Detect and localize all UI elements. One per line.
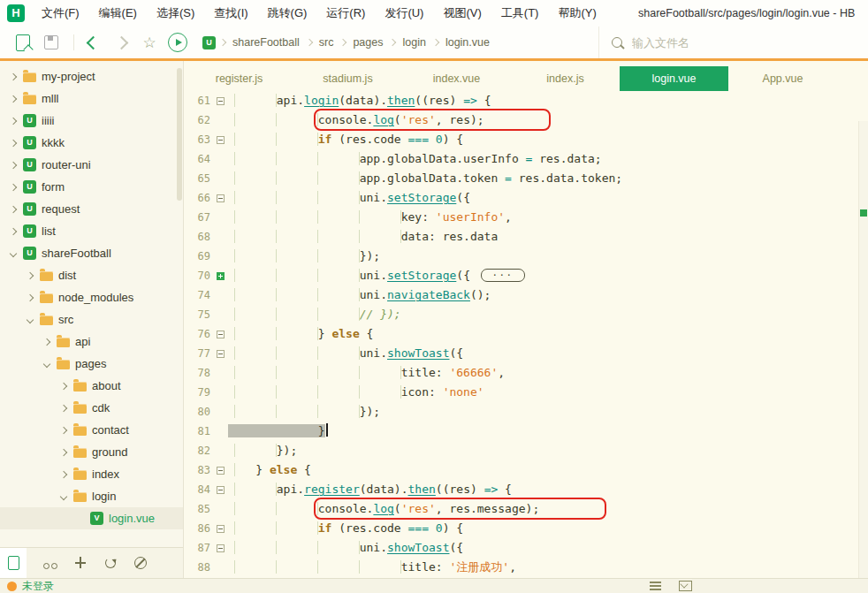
run-button[interactable]	[165, 30, 190, 55]
chevron-down-icon[interactable]	[60, 492, 67, 499]
fold-open-icon[interactable]	[217, 467, 225, 475]
code-text[interactable]: });	[228, 402, 380, 422]
code-text[interactable]: }	[228, 422, 328, 441]
code-text[interactable]: title: '66666',	[228, 363, 505, 383]
menu-item-0[interactable]: 文件(F)	[32, 0, 89, 27]
tree-item-login-vue[interactable]: Vlogin.vue	[0, 507, 183, 529]
code-text[interactable]: console.log('res', res);	[228, 110, 546, 130]
menu-item-5[interactable]: 运行(R)	[316, 0, 375, 27]
fold-open-icon[interactable]	[217, 544, 225, 552]
fold-closed-icon[interactable]	[217, 272, 225, 280]
code-text[interactable]: console.log('res', res.message);	[228, 499, 602, 519]
fold-open-icon[interactable]	[217, 525, 225, 533]
scale-icon[interactable]	[73, 556, 88, 570]
tree-item-about[interactable]: about	[0, 375, 183, 397]
tree-item-router-uni[interactable]: Urouter-uni	[0, 154, 183, 176]
chevron-right-icon[interactable]	[10, 72, 17, 80]
code-text[interactable]: } else {	[228, 460, 311, 480]
mail-icon[interactable]	[679, 581, 692, 591]
code-text[interactable]: // });	[228, 305, 401, 324]
tree-item-iiiii[interactable]: Uiiiii	[0, 110, 183, 132]
code-text[interactable]: });	[228, 247, 380, 266]
code-text[interactable]: uni.setStorage({ ···	[228, 266, 525, 285]
chevron-right-icon[interactable]	[43, 338, 50, 345]
fold-open-icon[interactable]	[217, 350, 225, 358]
navigate-back-button[interactable]	[80, 30, 105, 55]
code-text[interactable]: uni.showToast({	[228, 538, 463, 558]
fold-open-icon[interactable]	[217, 194, 225, 202]
tree-item-dist[interactable]: dist	[0, 264, 183, 286]
chevron-down-icon[interactable]	[10, 249, 17, 256]
breadcrumb-item-sharefootball[interactable]: shareFootball	[230, 36, 302, 49]
code-text[interactable]: uni.setStorage({	[228, 188, 470, 208]
chevron-right-icon[interactable]	[10, 117, 17, 124]
menu-item-9[interactable]: 帮助(Y)	[548, 0, 605, 27]
chevron-right-icon[interactable]	[27, 271, 34, 278]
chevron-right-icon[interactable]	[60, 470, 67, 477]
code-text[interactable]: api.login(data).then((res) => {	[228, 91, 491, 110]
chevron-right-icon[interactable]	[27, 293, 34, 300]
tree-item-contact[interactable]: contact	[0, 419, 183, 441]
code-text[interactable]: if (res.code === 0) {	[228, 519, 463, 538]
breadcrumb-item-login[interactable]: login	[400, 36, 428, 49]
tree-item-ground[interactable]: ground	[0, 441, 183, 463]
tree-item-list[interactable]: Ulist	[0, 220, 183, 242]
breadcrumb-item-src[interactable]: src	[316, 36, 337, 49]
code-text[interactable]: uni.showToast({	[228, 344, 463, 363]
history-icon[interactable]	[103, 556, 118, 570]
chevron-right-icon[interactable]	[10, 183, 17, 190]
code-text[interactable]: });	[228, 441, 297, 460]
file-search-box[interactable]	[598, 27, 868, 58]
tab-register-js[interactable]: register.js	[185, 66, 293, 91]
tree-item-index[interactable]: index	[0, 463, 183, 485]
breadcrumb-item-pages[interactable]: pages	[350, 36, 385, 49]
chevron-right-icon[interactable]	[10, 161, 17, 168]
tree-item-src[interactable]: src	[0, 308, 183, 331]
chevron-right-icon[interactable]	[60, 426, 67, 433]
tree-item-cdk[interactable]: cdk	[0, 397, 183, 419]
navigate-forward-button[interactable]	[109, 30, 133, 55]
fold-open-icon[interactable]	[217, 136, 225, 144]
menu-item-8[interactable]: 工具(T)	[491, 0, 549, 27]
tree-item-login[interactable]: login	[0, 485, 183, 507]
chevron-right-icon[interactable]	[10, 227, 17, 234]
open-file-tab[interactable]	[0, 548, 27, 578]
list-icon[interactable]	[650, 582, 661, 590]
compass-icon[interactable]	[133, 556, 148, 570]
tree-item-request[interactable]: Urequest	[0, 198, 183, 220]
menu-item-7[interactable]: 视图(V)	[433, 0, 491, 27]
breadcrumb-item-login-vue[interactable]: login.vue	[443, 36, 492, 49]
code-text[interactable]: if (res.code === 0) {	[228, 130, 463, 149]
menu-item-2[interactable]: 选择(S)	[147, 0, 204, 27]
tree-item-form[interactable]: Uform	[0, 176, 183, 198]
chevron-right-icon[interactable]	[60, 448, 67, 455]
code-area[interactable]: 61 api.login(data).then((res) => {62 con…	[184, 91, 868, 578]
chevron-right-icon[interactable]	[60, 382, 67, 389]
binoculars-icon[interactable]	[43, 556, 57, 570]
tree-item-kkkk[interactable]: Ukkkk	[0, 132, 183, 154]
sidebar-scrollbar[interactable]	[177, 68, 182, 201]
tree-item-sharefootball[interactable]: UshareFootball	[0, 242, 183, 264]
menu-item-4[interactable]: 跳转(G)	[258, 0, 317, 27]
favorite-button[interactable]: ☆	[137, 30, 162, 55]
tree-item-api[interactable]: api	[0, 331, 183, 353]
code-text[interactable]: key: 'userInfo',	[228, 208, 512, 227]
tree-item-node-modules[interactable]: node_modules	[0, 286, 183, 308]
code-text[interactable]: icon: 'none'	[228, 383, 484, 402]
code-text[interactable]: uni.navigateBack();	[228, 285, 491, 305]
code-text[interactable]: title: '注册成功',	[228, 558, 516, 577]
menu-item-6[interactable]: 发行(U)	[375, 0, 433, 27]
login-status[interactable]: 未登录	[22, 579, 54, 593]
tab-index-js[interactable]: index.js	[511, 66, 620, 91]
code-text[interactable]: api.register(data).then((res) => {	[228, 480, 512, 499]
code-text[interactable]: app.globalData.userInfo = res.data;	[228, 149, 602, 169]
tab-index-vue[interactable]: index.vue	[402, 66, 511, 91]
chevron-right-icon[interactable]	[10, 139, 17, 146]
chevron-right-icon[interactable]	[60, 404, 67, 411]
chevron-right-icon[interactable]	[10, 205, 17, 212]
folded-code-placeholder[interactable]: ···	[481, 269, 525, 282]
menu-item-3[interactable]: 查找(I)	[204, 0, 257, 27]
new-file-button[interactable]	[11, 30, 35, 55]
chevron-down-icon[interactable]	[43, 360, 50, 367]
editor-scrollbar[interactable]	[858, 121, 868, 578]
